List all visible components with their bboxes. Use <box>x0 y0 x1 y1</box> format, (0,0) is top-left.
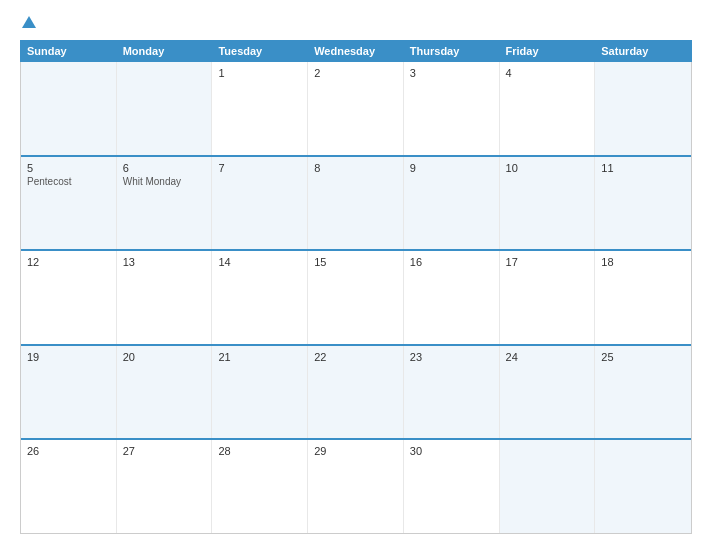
day-number: 24 <box>506 351 589 363</box>
calendar-cell: 13 <box>117 251 213 344</box>
day-number: 14 <box>218 256 301 268</box>
logo <box>20 16 36 30</box>
day-header-tuesday: Tuesday <box>212 41 308 61</box>
calendar-cell: 12 <box>21 251 117 344</box>
calendar-cell: 9 <box>404 157 500 250</box>
calendar-cell: 17 <box>500 251 596 344</box>
calendar-cell: 30 <box>404 440 500 533</box>
page: SundayMondayTuesdayWednesdayThursdayFrid… <box>0 0 712 550</box>
header <box>20 16 692 30</box>
calendar-cell: 2 <box>308 62 404 155</box>
day-number: 13 <box>123 256 206 268</box>
day-number: 4 <box>506 67 589 79</box>
day-number: 8 <box>314 162 397 174</box>
calendar-cell: 15 <box>308 251 404 344</box>
calendar-header: SundayMondayTuesdayWednesdayThursdayFrid… <box>20 40 692 62</box>
day-number: 26 <box>27 445 110 457</box>
day-number: 16 <box>410 256 493 268</box>
day-number: 6 <box>123 162 206 174</box>
calendar-cell: 8 <box>308 157 404 250</box>
calendar-cell: 7 <box>212 157 308 250</box>
calendar-cell <box>595 440 691 533</box>
day-number: 19 <box>27 351 110 363</box>
calendar-cell: 10 <box>500 157 596 250</box>
day-number: 11 <box>601 162 685 174</box>
calendar: SundayMondayTuesdayWednesdayThursdayFrid… <box>20 40 692 534</box>
calendar-cell <box>21 62 117 155</box>
day-number: 27 <box>123 445 206 457</box>
calendar-week-4: 19202122232425 <box>21 346 691 441</box>
calendar-week-1: 1234 <box>21 62 691 157</box>
day-number: 3 <box>410 67 493 79</box>
day-number: 15 <box>314 256 397 268</box>
day-number: 7 <box>218 162 301 174</box>
calendar-cell: 29 <box>308 440 404 533</box>
day-number: 2 <box>314 67 397 79</box>
calendar-cell: 18 <box>595 251 691 344</box>
day-event: Pentecost <box>27 176 110 187</box>
calendar-cell: 14 <box>212 251 308 344</box>
day-number: 18 <box>601 256 685 268</box>
calendar-cell: 4 <box>500 62 596 155</box>
calendar-cell: 11 <box>595 157 691 250</box>
calendar-cell: 21 <box>212 346 308 439</box>
calendar-cell: 1 <box>212 62 308 155</box>
calendar-cell: 28 <box>212 440 308 533</box>
day-number: 29 <box>314 445 397 457</box>
day-header-wednesday: Wednesday <box>308 41 404 61</box>
day-number: 10 <box>506 162 589 174</box>
day-number: 20 <box>123 351 206 363</box>
calendar-body: 12345Pentecost6Whit Monday78910111213141… <box>20 62 692 534</box>
day-number: 1 <box>218 67 301 79</box>
day-number: 12 <box>27 256 110 268</box>
day-header-monday: Monday <box>117 41 213 61</box>
day-number: 5 <box>27 162 110 174</box>
day-header-thursday: Thursday <box>404 41 500 61</box>
calendar-cell: 26 <box>21 440 117 533</box>
day-header-friday: Friday <box>500 41 596 61</box>
logo-triangle-icon <box>22 16 36 28</box>
calendar-cell: 6Whit Monday <box>117 157 213 250</box>
calendar-cell: 23 <box>404 346 500 439</box>
calendar-week-2: 5Pentecost6Whit Monday7891011 <box>21 157 691 252</box>
calendar-cell <box>500 440 596 533</box>
calendar-cell: 3 <box>404 62 500 155</box>
calendar-cell <box>117 62 213 155</box>
calendar-week-3: 12131415161718 <box>21 251 691 346</box>
calendar-cell: 19 <box>21 346 117 439</box>
day-number: 22 <box>314 351 397 363</box>
day-header-saturday: Saturday <box>595 41 691 61</box>
calendar-cell: 24 <box>500 346 596 439</box>
calendar-cell: 22 <box>308 346 404 439</box>
day-number: 28 <box>218 445 301 457</box>
day-number: 17 <box>506 256 589 268</box>
day-header-sunday: Sunday <box>21 41 117 61</box>
day-number: 21 <box>218 351 301 363</box>
day-number: 23 <box>410 351 493 363</box>
day-event: Whit Monday <box>123 176 206 187</box>
calendar-cell <box>595 62 691 155</box>
day-number: 30 <box>410 445 493 457</box>
day-number: 9 <box>410 162 493 174</box>
calendar-week-5: 2627282930 <box>21 440 691 533</box>
day-number: 25 <box>601 351 685 363</box>
calendar-cell: 5Pentecost <box>21 157 117 250</box>
calendar-cell: 27 <box>117 440 213 533</box>
calendar-cell: 25 <box>595 346 691 439</box>
calendar-cell: 16 <box>404 251 500 344</box>
calendar-cell: 20 <box>117 346 213 439</box>
